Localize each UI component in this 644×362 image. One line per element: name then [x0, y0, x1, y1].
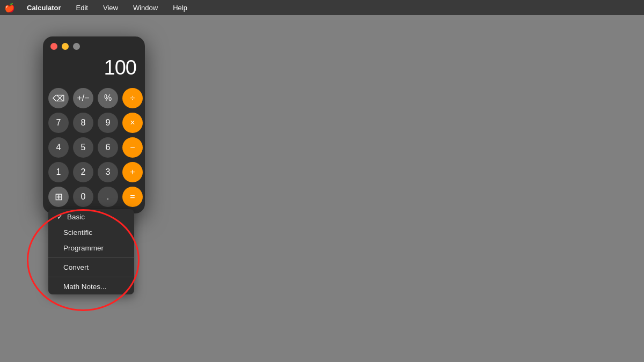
menubar-edit[interactable]: Edit [73, 3, 91, 13]
seven-button[interactable]: 7 [48, 113, 69, 133]
menubar: 🍎 Calculator Edit View Window Help [0, 0, 644, 15]
menubar-help[interactable]: Help [170, 3, 191, 13]
divide-button[interactable]: ÷ [122, 88, 143, 108]
menubar-view[interactable]: View [100, 3, 121, 13]
decimal-button[interactable]: . [98, 187, 118, 207]
apple-menu[interactable]: 🍎 [4, 3, 15, 13]
add-button[interactable]: + [122, 162, 143, 182]
one-button[interactable]: 1 [48, 162, 69, 182]
window-controls [43, 36, 145, 54]
minimize-button[interactable] [62, 43, 69, 50]
plus-minus-button[interactable]: +/− [73, 88, 93, 108]
four-button[interactable]: 4 [48, 137, 69, 158]
eight-button[interactable]: 8 [73, 113, 93, 133]
menu-item-convert[interactable]: Convert [48, 260, 134, 275]
menubar-calculator[interactable]: Calculator [24, 3, 64, 13]
calculator-keypad: ⌫ +/− % ÷ 7 8 9 × 4 5 6 − 1 2 3 + ⊞ 0 . … [43, 86, 145, 213]
three-button[interactable]: 3 [98, 162, 118, 182]
five-button[interactable]: 5 [73, 137, 93, 158]
calculator-icon-button[interactable]: ⊞ [48, 187, 69, 207]
multiply-button[interactable]: × [122, 113, 143, 133]
view-menu-dropdown: Basic Scientific Programmer Convert Math… [48, 209, 134, 294]
zero-button[interactable]: 0 [73, 187, 93, 207]
menubar-window[interactable]: Window [130, 3, 161, 13]
equals-button[interactable]: = [122, 187, 143, 207]
backspace-button[interactable]: ⌫ [48, 88, 69, 108]
subtract-button[interactable]: − [122, 137, 143, 158]
menu-item-programmer[interactable]: Programmer [48, 240, 134, 256]
nine-button[interactable]: 9 [98, 113, 118, 133]
calculator-window: 100 ⌫ +/− % ÷ 7 8 9 × 4 5 6 − 1 2 3 + ⊞ … [43, 36, 145, 213]
percent-button[interactable]: % [98, 88, 118, 108]
close-button[interactable] [50, 43, 57, 50]
two-button[interactable]: 2 [73, 162, 93, 182]
menu-item-scientific[interactable]: Scientific [48, 225, 134, 240]
six-button[interactable]: 6 [98, 137, 118, 158]
maximize-button[interactable] [73, 43, 80, 50]
menu-item-basic[interactable]: Basic [48, 209, 134, 225]
menu-separator-2 [48, 277, 134, 277]
menu-item-math-notes[interactable]: Math Notes... [48, 279, 134, 294]
calculator-display: 100 [43, 54, 145, 86]
menu-separator-1 [48, 257, 134, 258]
